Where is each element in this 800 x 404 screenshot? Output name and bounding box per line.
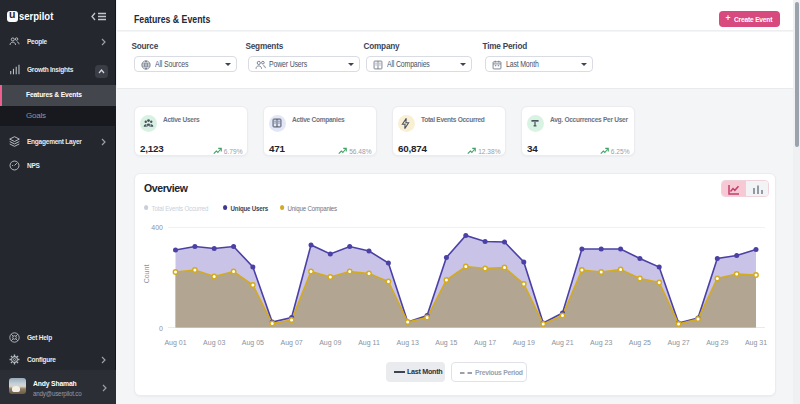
svg-text:Aug 19: Aug 19 (513, 339, 535, 347)
svg-text:Aug 11: Aug 11 (358, 339, 380, 347)
svg-text:Aug 05: Aug 05 (242, 339, 264, 347)
svg-text:Aug 31: Aug 31 (745, 339, 767, 347)
svg-text:Aug 23: Aug 23 (590, 339, 612, 347)
svg-text:Aug 13: Aug 13 (397, 339, 419, 347)
svg-text:0: 0 (159, 325, 163, 332)
svg-text:Aug 07: Aug 07 (281, 339, 303, 347)
svg-text:Aug 15: Aug 15 (435, 339, 457, 347)
svg-text:Aug 21: Aug 21 (551, 339, 573, 347)
svg-text:Aug 09: Aug 09 (319, 339, 341, 347)
svg-text:Aug 17: Aug 17 (474, 339, 496, 347)
svg-text:Aug 29: Aug 29 (706, 339, 728, 347)
svg-text:Aug 25: Aug 25 (629, 339, 651, 347)
svg-text:400: 400 (151, 224, 163, 231)
svg-text:Count: Count (143, 265, 150, 284)
svg-text:Aug 03: Aug 03 (203, 339, 225, 347)
svg-text:Aug 01: Aug 01 (164, 339, 186, 347)
svg-text:Aug 27: Aug 27 (668, 339, 690, 347)
